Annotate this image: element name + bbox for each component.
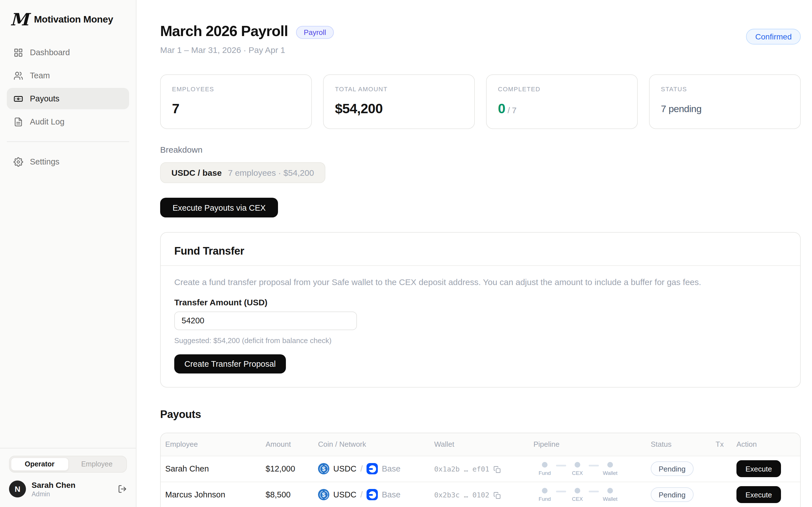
pipeline-indicator: FundCEXWallet [534, 462, 651, 476]
payout-row: Sarah Chen $12,000 $USDC/Base 0x1a2b … e… [161, 456, 800, 482]
execute-row-button[interactable]: Execute [737, 460, 781, 477]
logout-icon[interactable] [118, 485, 127, 494]
pipeline-step-fund: Fund [534, 488, 556, 502]
pipeline-step-cex: CEX [566, 488, 589, 502]
main-content: March 2026 Payroll Payroll Mar 1 – Mar 3… [137, 0, 812, 507]
pipeline-step-wallet: Wallet [599, 462, 621, 476]
wallet-cell: 0x2b3c … 0102 [434, 491, 534, 499]
sidebar-item-settings[interactable]: Settings [7, 151, 129, 172]
pipeline-connector [556, 491, 566, 492]
pipeline-connector [589, 465, 599, 466]
payout-amount: $8,500 [266, 490, 318, 499]
column-header-pipeline: Pipeline [534, 440, 651, 449]
wallet-cell: 0x1a2b … ef01 [434, 465, 534, 473]
pipeline-dot [607, 462, 613, 467]
pipeline-indicator: FundCEXWallet [534, 488, 651, 502]
breakdown-chip-detail: 7 employees · $54,200 [228, 168, 314, 177]
coin-symbol: USDC [333, 490, 356, 499]
pipeline-dot [574, 462, 580, 467]
stat-label: COMPLETED [498, 86, 626, 93]
column-header-wallet: Wallet [434, 440, 534, 449]
pipeline-step-wallet: Wallet [599, 488, 621, 502]
pipeline-connector [589, 491, 599, 492]
create-transfer-proposal-button[interactable]: Create Transfer Proposal [174, 354, 286, 374]
employee-name: Marcus Johnson [165, 490, 266, 499]
stat-card-total-amount: TOTAL AMOUNT $54,200 [323, 74, 475, 129]
pay-period-subtitle: Mar 1 – Mar 31, 2026 · Pay Apr 1 [160, 45, 334, 55]
avatar: N [9, 481, 26, 498]
coin-symbol: USDC [333, 464, 356, 473]
sidebar-item-audit-log[interactable]: Audit Log [7, 111, 129, 132]
pipeline-dot [542, 488, 548, 494]
column-header-status: Status [651, 440, 716, 449]
fund-transfer-description: Create a fund transfer proposal from you… [174, 277, 786, 288]
sidebar-footer: OperatorEmployee N Sarah Chen Admin [0, 448, 136, 507]
column-header-employee: Employee [165, 440, 266, 449]
payroll-type-badge: Payroll [296, 25, 334, 39]
execute-payouts-button[interactable]: Execute Payouts via CEX [160, 198, 278, 217]
pipeline-connector [556, 465, 566, 466]
stat-label: TOTAL AMOUNT [335, 86, 463, 93]
column-header-action: Action [737, 440, 794, 449]
stat-card-completed: COMPLETED 0/ 7 [486, 74, 638, 129]
user-role: Admin [32, 491, 112, 498]
audit-log-icon [13, 117, 23, 126]
breakdown-chip-coin: USDC / base [171, 168, 221, 177]
stat-card-status: STATUS 7 pending [649, 74, 801, 129]
sidebar-item-payouts[interactable]: Payouts [7, 88, 129, 109]
usdc-icon: $ [318, 463, 329, 474]
team-icon [13, 71, 23, 80]
pipeline-step-cex: CEX [566, 462, 589, 476]
column-header-amount: Amount [266, 440, 318, 449]
brand-logo-icon: M [10, 11, 28, 28]
stat-value: 7 [172, 101, 300, 117]
base-network-icon [366, 489, 378, 501]
sidebar-item-label: Payouts [30, 94, 59, 103]
page-header: March 2026 Payroll Payroll Mar 1 – Mar 3… [160, 22, 801, 55]
usdc-icon: $ [318, 489, 329, 501]
transfer-amount-input[interactable] [174, 312, 357, 330]
copy-icon[interactable] [493, 491, 501, 499]
stat-value: 0/ 7 [498, 101, 626, 117]
role-toggle-operator[interactable]: Operator [11, 457, 68, 471]
payouts-section-title: Payouts [160, 408, 801, 421]
stat-label: EMPLOYEES [172, 86, 300, 93]
payout-row: Marcus Johnson $8,500 $USDC/Base 0x2b3c … [161, 482, 800, 507]
settings-icon [13, 157, 23, 166]
sidebar: M Motivation Money Dashboard Team Payout… [0, 0, 137, 507]
stat-card-employees: EMPLOYEES 7 [160, 74, 312, 129]
stat-value: $54,200 [335, 101, 463, 117]
breakdown-chip: USDC / base 7 employees · $54,200 [160, 162, 325, 183]
sidebar-item-team[interactable]: Team [7, 65, 129, 86]
base-network-icon [366, 463, 378, 474]
sidebar-item-dashboard[interactable]: Dashboard [7, 42, 129, 63]
execute-row-button[interactable]: Execute [737, 487, 781, 503]
pipeline-dot [542, 462, 548, 467]
copy-icon[interactable] [493, 465, 501, 473]
role-toggle-employee[interactable]: Employee [68, 457, 125, 471]
employee-name: Sarah Chen [165, 464, 266, 473]
sidebar-item-label: Settings [30, 157, 59, 166]
status-badge: Pending [651, 488, 693, 502]
payouts-icon [13, 94, 23, 103]
sidebar-item-label: Dashboard [30, 48, 70, 57]
column-header-tx: Tx [716, 440, 737, 449]
network-name: Base [382, 464, 400, 473]
status-badge: Pending [651, 462, 693, 476]
pipeline-step-fund: Fund [534, 462, 556, 476]
payout-amount: $12,000 [266, 464, 318, 473]
user-row: N Sarah Chen Admin [9, 480, 127, 498]
user-name: Sarah Chen [32, 480, 112, 489]
suggested-amount-hint: Suggested: $54,200 (deficit from balance… [174, 336, 786, 345]
confirmed-status-badge: Confirmed [746, 29, 801, 45]
role-toggle: OperatorEmployee [9, 455, 127, 472]
page-title: March 2026 Payroll [160, 22, 288, 40]
pipeline-dot [574, 488, 580, 494]
column-header-coin-network: Coin / Network [318, 440, 434, 449]
payouts-table: EmployeeAmountCoin / NetworkWalletPipeli… [160, 433, 801, 507]
payouts-table-header: EmployeeAmountCoin / NetworkWalletPipeli… [161, 433, 800, 456]
fund-transfer-title: Fund Transfer [174, 245, 786, 258]
sidebar-nav: Dashboard Team Payouts Audit Log [0, 42, 136, 132]
coin-network-cell: $USDC/Base [318, 463, 434, 474]
fund-transfer-card: Fund Transfer Create a fund transfer pro… [160, 232, 801, 388]
